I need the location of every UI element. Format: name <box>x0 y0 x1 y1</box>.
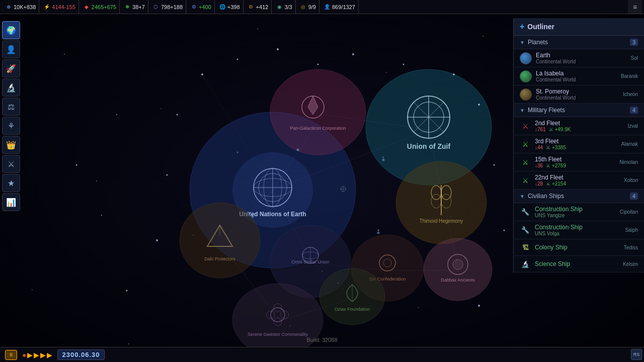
sidebar-research-button[interactable]: 🔬 <box>2 78 20 97</box>
fleet-15th-icon: ⚔ <box>520 157 531 168</box>
fleet-22nd-row[interactable]: ⚔ 22nd Fleet ↓28 ⚔ +2154 Xolton <box>514 171 644 190</box>
svg-point-19 <box>378 230 379 231</box>
yangtze-info: Construction Ship UNS Yangtze <box>535 206 616 218</box>
earth-planet-icon <box>520 52 532 64</box>
energy-value: 4144-155 <box>52 4 75 10</box>
topbar-alloys-section: ⚙ +400 <box>187 0 215 14</box>
svg-point-63 <box>453 259 463 269</box>
fleet-3rd-info: 3rd Fleet ↓44 ⚔ +3385 <box>535 138 617 150</box>
fleet-3rd-stat1: ↓44 <box>535 145 543 150</box>
fleet-3rd-row[interactable]: ⚔ 3rd Fleet ↓44 ⚔ +3385 Alamak <box>514 135 644 153</box>
camera-button[interactable]: RS <box>631 349 642 360</box>
laisabela-planet-icon <box>520 70 532 82</box>
science-location: Kelsim <box>623 261 638 267</box>
sidebar-factions-button[interactable]: ⚘ <box>2 117 20 135</box>
science-ship-icon: 🔬 <box>520 258 531 269</box>
civilian-volga-row[interactable]: 🔧 Construction Ship UNS Volga Saiph <box>514 221 644 239</box>
speed-icon: ● <box>22 351 26 359</box>
sidebar-federation-button[interactable]: ★ <box>2 174 20 192</box>
fleet-2nd-location: Izval <box>627 123 638 129</box>
trade-icon: 🌐 <box>219 4 226 11</box>
minerals-value: 2465+675 <box>92 4 116 10</box>
sidebar-leaders-button[interactable]: 👑 <box>2 136 20 154</box>
planet-stpomeroy-row[interactable]: St. Pomeroy Continental World Icheon <box>514 85 644 104</box>
topbar: ⊕ 10K+838 ⚡ 4144-155 ◆ 2465+675 ❋ 38+7 ⬡… <box>0 0 644 14</box>
planet-earth-row[interactable]: Earth Continental World Sol <box>514 49 644 67</box>
military-section-header[interactable]: ▼ Military Fleets 4 <box>514 104 644 117</box>
fleet-2nd-row[interactable]: ⚔ 2nd Fleet ↓761 ⚔ +49.9K Izval <box>514 117 644 135</box>
svg-point-94 <box>76 164 77 166</box>
pop-value: 869/1327 <box>332 4 355 10</box>
sidebar-military-button[interactable]: ⚔ <box>2 155 20 173</box>
speed-indicator: ● ▶ ▶ ▶ ▶ <box>22 351 52 359</box>
svg-point-38 <box>270 69 366 155</box>
topbar-amenities-section: ◎ 9/9 <box>297 0 319 14</box>
svg-point-93 <box>101 215 102 216</box>
consumer-value: 798+188 <box>161 4 183 10</box>
volga-ship-icon: 🔧 <box>520 225 531 236</box>
fleet-2nd-icon: ⚔ <box>520 121 531 132</box>
laisabela-location: Baranik <box>621 73 638 79</box>
fleet-15th-row[interactable]: ⚔ 15th Fleet ↓36 ⚔ +2769 Nimolan <box>514 153 644 171</box>
fleet-22nd-location: Xolton <box>624 177 638 183</box>
topbar-consumer-section: ⬡ 798+188 <box>149 0 186 14</box>
outliner-panel: + Outliner ▼ Planets 3 Earth Continental… <box>513 18 644 273</box>
sidebar-civics-button[interactable]: ⚖ <box>2 98 20 116</box>
civilian-chevron-icon: ▼ <box>520 194 525 199</box>
stpomeroy-location: Icheon <box>623 92 638 97</box>
civilian-colony-row[interactable]: 🏗 Colony Ship Tediss <box>514 239 644 256</box>
laisabela-info: La Isabela Continental World <box>536 70 617 82</box>
build-info: Build: 32088 <box>306 337 337 343</box>
laisabela-sub: Continental World <box>536 77 617 82</box>
svg-point-78 <box>201 73 203 75</box>
fleet-15th-info: 15th Fleet ↓36 ⚔ +2769 <box>535 156 615 168</box>
pause-button[interactable]: ⏸ <box>5 350 17 360</box>
yangtze-sub: UNS Yangtze <box>535 213 616 218</box>
sidebar-fleets-button[interactable]: 🚀 <box>2 59 20 77</box>
svg-point-95 <box>116 114 117 115</box>
stpomeroy-info: St. Pomeroy Continental World <box>536 88 619 101</box>
military-section-label-group: ▼ Military Fleets <box>520 107 565 114</box>
svg-point-88 <box>494 164 495 166</box>
sidebar-situation-button[interactable]: 📊 <box>2 193 20 211</box>
yangtze-ship-icon: 🔧 <box>520 207 531 218</box>
outliner-plus-icon: + <box>520 22 524 31</box>
trade-value: +398 <box>227 4 240 10</box>
civilian-yangtze-row[interactable]: 🔧 Construction Ship UNS Yangtze Cipollan <box>514 203 644 221</box>
pop-icon: 👤 <box>324 4 331 11</box>
unity-value: +412 <box>256 4 269 10</box>
galaxy-map[interactable]: United Nations of Earth Union of Zuif Pa… <box>22 14 513 347</box>
outliner-header: + Outliner <box>514 18 644 36</box>
planets-section-label: Planets <box>528 39 548 46</box>
colony-ship-icon: 🏗 <box>520 242 531 253</box>
planets-section-label-group: ▼ Planets <box>520 39 548 46</box>
planet-laisabela-row[interactable]: La Isabela Continental World Baranik <box>514 67 644 85</box>
civilian-section-header[interactable]: ▼ Civilian Ships 4 <box>514 190 644 203</box>
fleet-3rd-location: Alamak <box>621 141 638 147</box>
sidebar-species-button[interactable]: 👤 <box>2 40 20 58</box>
amenities-value: 9/9 <box>308 4 316 10</box>
civilian-science-row[interactable]: 🔬 Science Ship Kelsim <box>514 256 644 273</box>
military-count-badge: 4 <box>630 107 638 114</box>
fleet-22nd-info: 22nd Fleet ↓28 ⚔ +2154 <box>535 174 620 187</box>
topbar-energy-section: ⚡ 4144-155 <box>40 0 79 14</box>
topbar-unity-section: ⚙ +412 <box>245 0 272 14</box>
sidebar-empire-button[interactable]: 🌍 <box>2 21 20 39</box>
stpomeroy-planet-icon <box>520 88 532 101</box>
svg-point-48 <box>180 203 260 278</box>
speed-arrow-2: ▶ <box>34 351 39 359</box>
svg-text:Daki Protectors: Daki Protectors <box>204 256 235 261</box>
svg-point-96 <box>297 149 299 151</box>
yangtze-location: Cipollan <box>620 209 638 215</box>
planets-section-header[interactable]: ▼ Planets 3 <box>514 36 644 49</box>
bottombar: ⏸ ● ▶ ▶ ▶ ▶ 2300.06.30 RS <box>0 347 644 362</box>
menu-button[interactable]: ≡ <box>628 0 642 14</box>
volga-location: Saiph <box>625 227 638 233</box>
svg-text:Dabbax Ancients: Dabbax Ancients <box>441 278 475 283</box>
fleet-15th-location: Nimolan <box>619 159 638 165</box>
outliner-title: Outliner <box>527 23 554 31</box>
svg-point-83 <box>403 64 405 65</box>
map-area[interactable]: United Nations of Earth Union of Zuif Pa… <box>22 14 513 347</box>
fleet-2nd-stats: ↓761 ⚔ +49.9K <box>535 127 623 132</box>
fleet-2nd-stat1: ↓761 <box>535 127 546 132</box>
